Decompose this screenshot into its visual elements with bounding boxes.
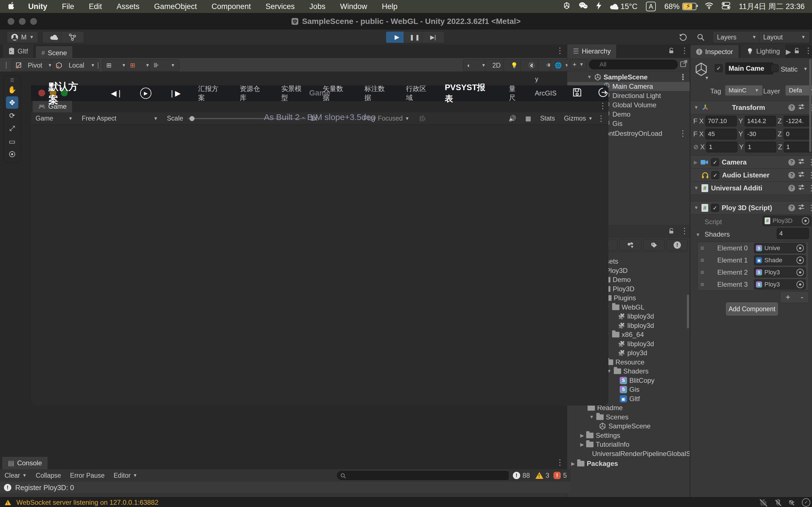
shader-element-row[interactable]: ≡ Element 2 S Ploy3 (698, 266, 809, 278)
tasks-ok-icon[interactable]: ✓ (802, 498, 810, 507)
universal-additional-header[interactable]: ▼ # Universal Additi ? ⋮ (691, 181, 812, 195)
ploy3d-script-header[interactable]: ▼ # ✓ Ploy 3D (Script) ? ⋮ (691, 201, 812, 215)
gameobject-icon-caret[interactable]: ▼ (705, 75, 709, 80)
rotation-z-field[interactable]: 0 (783, 129, 812, 139)
rotation-y-field[interactable]: -30 (745, 129, 776, 139)
toggle-admin-region[interactable]: 行政区域 (403, 84, 433, 102)
apple-menu-icon[interactable] (0, 2, 21, 11)
console-log-row-partial[interactable] (0, 494, 567, 497)
object-picker-icon[interactable] (797, 257, 804, 264)
refresh-disabled-icon[interactable]: ⟳ (789, 499, 795, 506)
shader-element-row[interactable]: ≡ Element 0 S Unive (698, 242, 809, 254)
link-broken-icon[interactable]: ⊘ (693, 144, 698, 151)
scale-z-field[interactable]: 1 (784, 142, 812, 152)
camera-enabled-checkbox[interactable]: ✓ (711, 158, 719, 166)
rect-tool[interactable]: ▭ (6, 135, 18, 148)
scene-view-menu-kebab[interactable]: ⋮ (556, 47, 564, 55)
project-row[interactable]: 🧩ploy3d (618, 348, 647, 357)
camera-component-header[interactable]: ▶ ✓ Camera ? ⋮ (691, 156, 812, 169)
position-z-field[interactable]: -1224. (783, 116, 812, 126)
warning-filter-icon[interactable]: ! (666, 239, 688, 251)
hierarchy-row-gis[interactable]: Gis (603, 119, 690, 128)
view-hand-tool[interactable]: ✋ (6, 83, 18, 96)
tab-inspector[interactable]: i Inspector (691, 45, 739, 59)
ploy3d-enabled-checkbox[interactable]: ✓ (711, 204, 719, 212)
gameobject-name-field[interactable]: Main Came (725, 62, 773, 74)
project-row[interactable]: ▣Gltf (620, 394, 640, 403)
console-error-pause-button[interactable]: Error Pause (65, 470, 109, 481)
project-row[interactable]: ▼Shaders (607, 367, 649, 376)
console-menu-kebab[interactable]: ⋮ (556, 459, 564, 466)
help-icon[interactable]: ? (788, 172, 795, 179)
project-row[interactable]: ▼x86_64 (605, 330, 644, 339)
tab-lighting[interactable]: 💡 Lighting (741, 45, 786, 58)
project-row[interactable]: ▼Scenes (589, 413, 628, 421)
inspector-scrollbar[interactable] (809, 59, 811, 152)
hierarchy-row-directional-light[interactable]: Directional Light (603, 91, 690, 100)
project-menu-kebab[interactable]: ⋮ (680, 227, 689, 235)
row-kebab[interactable]: ⋮ (679, 129, 687, 137)
tab-scene[interactable]: # Scene (36, 46, 73, 60)
position-x-field[interactable]: 707.10 (705, 116, 737, 126)
console-log-row[interactable]: ! Register Ploy3D: 0 (0, 482, 571, 494)
save-icon[interactable] (572, 88, 582, 99)
label-tag-icon[interactable] (644, 239, 665, 251)
skip-forward-icon[interactable]: ❘▶ (169, 89, 181, 98)
hierarchy-row-demo[interactable]: Demo (603, 110, 690, 119)
object-picker-icon[interactable] (797, 244, 804, 252)
add-element-button[interactable]: + (786, 293, 790, 302)
ploy3d-kebab[interactable]: ⋮ (808, 204, 812, 212)
control-center-icon[interactable] (722, 2, 730, 11)
project-row[interactable]: SBlitCopy (620, 376, 654, 385)
menu-edit[interactable]: Edit (82, 2, 109, 11)
hierarchy-row-dontdestroyonload[interactable]: DontDestroyOnLoad ⋮ (601, 129, 690, 138)
audio-listener-header[interactable]: ✓ Audio Listener ? ⋮ (691, 168, 812, 182)
element-object-field[interactable]: S Unive (754, 243, 806, 253)
asset-filter-icon[interactable] (619, 239, 642, 251)
project-row[interactable]: SGis (620, 385, 640, 394)
script-object-field[interactable]: # Ploy3D (763, 216, 811, 226)
step-button[interactable]: ▶| (422, 31, 444, 43)
tools-drag-grip[interactable]: ☰ (10, 77, 14, 83)
debugger-disabled-icon[interactable]: 🐞 (759, 499, 767, 506)
lock-icon[interactable] (669, 48, 674, 56)
presets-icon[interactable] (798, 104, 805, 112)
game-view-kebab[interactable]: ⋮ (599, 102, 607, 110)
console-editor-dropdown[interactable]: Editor▼ (109, 470, 142, 481)
menu-gameobject[interactable]: GameObject (147, 2, 204, 11)
console-search-input[interactable] (337, 471, 511, 480)
hierarchy-menu-kebab[interactable]: ⋮ (680, 47, 689, 55)
scale-y-field[interactable]: 1 (745, 142, 776, 152)
console-info-count[interactable]: !88 (509, 469, 534, 482)
tab-gltf[interactable]: Gltf (3, 45, 34, 58)
audio-kebab[interactable]: ⋮ (808, 171, 812, 179)
layer-dropdown[interactable]: Defa▼ (785, 85, 812, 96)
project-row[interactable]: 🧩libploy3d (618, 339, 654, 348)
help-icon[interactable]: ? (788, 185, 795, 191)
undo-history-icon[interactable] (679, 33, 688, 43)
menu-window[interactable]: Window (333, 2, 374, 11)
play-circle-icon[interactable]: ▶ (140, 88, 151, 99)
project-row[interactable]: {} UniversalRenderPipelineGlobalSettings (590, 449, 690, 458)
transform-header[interactable]: ▼ Transform ? ⋮ (691, 101, 812, 114)
skip-back-icon[interactable]: ◀❘ (111, 89, 123, 98)
cache-server-disabled-icon[interactable]: 🛢 (775, 499, 781, 506)
weather-item[interactable]: 15°C (610, 2, 638, 11)
unity-hub-icon[interactable] (563, 2, 570, 11)
menu-unity[interactable]: Unity (21, 2, 55, 11)
project-row[interactable]: SampleScene (599, 421, 651, 431)
object-picker-icon[interactable] (797, 281, 804, 288)
shaders-foldout[interactable]: ▼ (696, 232, 700, 238)
project-row-packages[interactable]: ▶Packages (571, 459, 618, 468)
scale-x-field[interactable]: 1 (706, 142, 737, 152)
wifi-icon[interactable] (705, 2, 713, 11)
presets-icon[interactable] (798, 158, 805, 166)
project-row[interactable]: ▶Settings (580, 431, 620, 440)
remove-element-button[interactable]: - (801, 293, 803, 302)
element-object-field[interactable]: S Ploy3 (754, 267, 806, 277)
shaders-count-field[interactable]: 4 (777, 228, 809, 239)
console-collapse-button[interactable]: Collapse (31, 470, 66, 481)
presets-icon[interactable] (798, 184, 805, 192)
project-scrollbar[interactable] (687, 295, 689, 328)
inspector-menu-kebab[interactable]: ⋮ (804, 47, 812, 55)
